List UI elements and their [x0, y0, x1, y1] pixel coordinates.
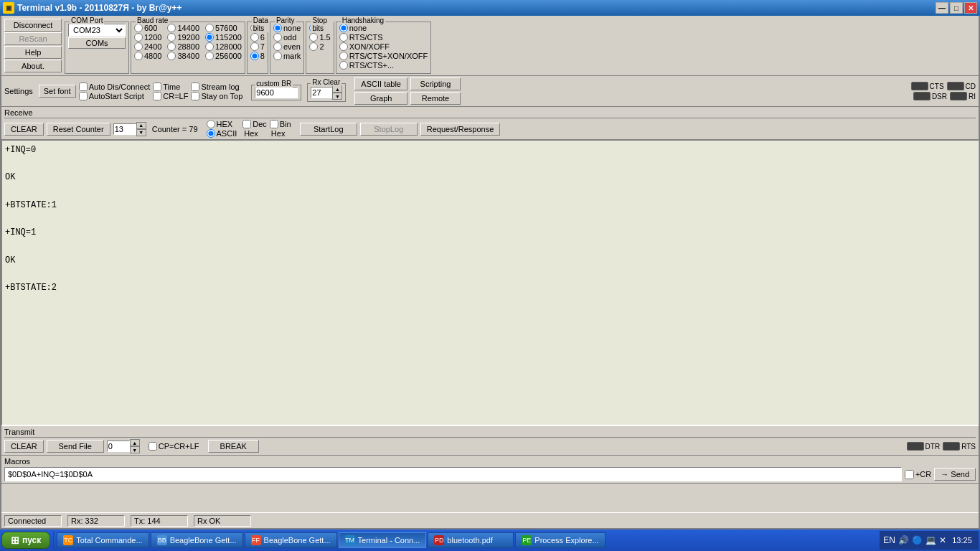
baud-28800[interactable] [167, 42, 176, 51]
ascii-table-button[interactable]: ASCII table [354, 77, 407, 90]
taskbar-item-3[interactable]: TMTerminal - Conn... [339, 532, 427, 548]
taskbar-item-0[interactable]: TCTotal Commande... [57, 532, 149, 548]
receive-counter-input[interactable] [113, 123, 136, 135]
baud-19200[interactable] [167, 33, 176, 42]
crlf-checkbox[interactable] [153, 92, 161, 100]
send-file-button[interactable]: Send File [47, 440, 104, 453]
auto-disconnect-checkbox[interactable] [79, 83, 88, 91]
time-checkbox[interactable] [153, 83, 161, 91]
graph-button[interactable]: Graph [354, 92, 407, 105]
dsr-label: DSR [932, 93, 947, 100]
taskbar-item-1[interactable]: BBBeagleBone Gett... [151, 532, 243, 548]
start-label: пуск [22, 535, 41, 545]
tray-en[interactable]: EN [883, 535, 895, 545]
rx-clear-input[interactable] [311, 87, 332, 98]
baud-256000[interactable] [205, 52, 214, 60]
receive-display[interactable]: +INQ=0 OK +BTSTATE:1 +INQ=1 OK +BTSTATE:… [1, 140, 979, 425]
transmit-counter-down[interactable]: ▼ [130, 446, 140, 453]
rx-clear-up[interactable]: ▲ [332, 85, 342, 93]
disconnect-button[interactable]: Disconnect [4, 19, 62, 32]
close-button[interactable]: ✕ [964, 2, 977, 14]
baud-4800[interactable] [134, 52, 143, 60]
break-button[interactable]: BREAK [208, 440, 259, 453]
set-font-button[interactable]: Set font [39, 85, 76, 98]
start-button[interactable]: ⊞ пуск [1, 532, 50, 549]
macro-cr-checkbox[interactable] [905, 470, 914, 479]
baud-600[interactable] [134, 24, 143, 32]
hex-radio[interactable] [207, 120, 215, 128]
rescan-button[interactable]: ReScan [4, 32, 62, 45]
stop-log-button[interactable]: StopLog [360, 123, 418, 136]
baud-128000[interactable] [205, 42, 214, 51]
baud-14400[interactable] [167, 24, 176, 32]
reset-counter-button[interactable]: Reset Counter [47, 123, 110, 136]
baud-115200[interactable] [205, 33, 214, 42]
baud-2400[interactable] [134, 42, 143, 51]
left-action-buttons: Disconnect ReScan Help About. [3, 17, 63, 74]
macros-scroll-area[interactable] [1, 484, 979, 512]
ri-label: RI [969, 93, 976, 100]
macro-send-button[interactable]: → Send [934, 468, 976, 481]
coms-button[interactable]: COMs [68, 37, 126, 49]
restore-button[interactable]: □ [950, 2, 963, 14]
stopbits-15[interactable] [309, 33, 318, 42]
stopbits-2[interactable] [309, 42, 318, 51]
settings-checkboxes3: Stream log Stay on Top [191, 83, 242, 100]
ascii-radio[interactable] [207, 129, 215, 138]
handshake-xonxoff[interactable] [339, 42, 348, 51]
baud-col2: 14400 19200 28800 38400 [167, 24, 199, 60]
cd-led [947, 82, 964, 90]
dec-hex-checkbox[interactable] [242, 120, 251, 128]
taskbar-item-2[interactable]: FFBeagleBone Gett... [245, 532, 337, 548]
autostart-script-checkbox[interactable] [79, 92, 88, 100]
databits-6[interactable] [250, 33, 259, 42]
parity-even[interactable] [273, 42, 282, 51]
baud-57600[interactable] [205, 24, 214, 32]
baud-38400[interactable] [167, 52, 176, 60]
ri-indicator: RI [950, 92, 976, 100]
parity-odd[interactable] [273, 33, 282, 42]
baud-1200[interactable] [134, 33, 143, 42]
taskbar-item-4[interactable]: PDbluetooth.pdf [428, 532, 514, 548]
tray-sound[interactable]: 🔊 [898, 535, 909, 545]
cr-crlf-checkbox[interactable] [149, 442, 157, 451]
parity-mark[interactable] [273, 52, 282, 60]
custom-br-input[interactable] [255, 87, 298, 98]
about-button[interactable]: About. [4, 60, 62, 72]
bin-checkbox[interactable] [270, 120, 278, 128]
parity-none[interactable] [273, 24, 282, 32]
rx-clear-down[interactable]: ▼ [332, 93, 342, 100]
handshake-rtscts[interactable] [339, 33, 348, 42]
stay-on-top-checkbox[interactable] [191, 92, 199, 100]
start-log-button[interactable]: StartLog [300, 123, 357, 136]
stream-log-checkbox[interactable] [191, 83, 199, 91]
minimize-button[interactable]: — [936, 2, 948, 14]
receive-clear-button[interactable]: CLEAR [4, 123, 44, 136]
com-port-select[interactable]: COM23 [68, 24, 126, 37]
taskbar-item-5[interactable]: PEProcess Explore... [515, 532, 605, 548]
com-port-label: COM Port [70, 17, 104, 24]
databits-8[interactable] [250, 52, 259, 60]
indicator-row-2: DSR RI [913, 92, 976, 100]
tray-close[interactable]: ✕ [939, 535, 946, 545]
handshake-none[interactable] [339, 24, 348, 32]
handshake-rtsxon[interactable] [339, 52, 348, 60]
taskbar-item-icon-1: BB [157, 535, 167, 545]
macros-input[interactable] [4, 467, 902, 481]
scripting-button[interactable]: Scripting [410, 77, 461, 90]
transmit-counter-input[interactable] [107, 441, 130, 452]
transmit-label: Transmit [4, 428, 976, 438]
help-button[interactable]: Help [4, 46, 62, 59]
transmit-counter-up[interactable]: ▲ [130, 439, 140, 446]
receive-counter-down[interactable]: ▼ [136, 129, 146, 136]
remote-button[interactable]: Remote [410, 92, 461, 105]
request-response-button[interactable]: Request/Response [420, 123, 501, 136]
transmit-clear-button[interactable]: CLEAR [4, 440, 44, 453]
tray-bluetooth[interactable]: 🔵 [912, 535, 923, 545]
rts-led [943, 442, 960, 451]
cts-indicator: CTS [911, 82, 944, 90]
databits-7[interactable] [250, 42, 259, 51]
handshake-extra[interactable] [339, 61, 348, 70]
tray-network[interactable]: 💻 [925, 535, 936, 545]
receive-counter-up[interactable]: ▲ [136, 122, 146, 129]
